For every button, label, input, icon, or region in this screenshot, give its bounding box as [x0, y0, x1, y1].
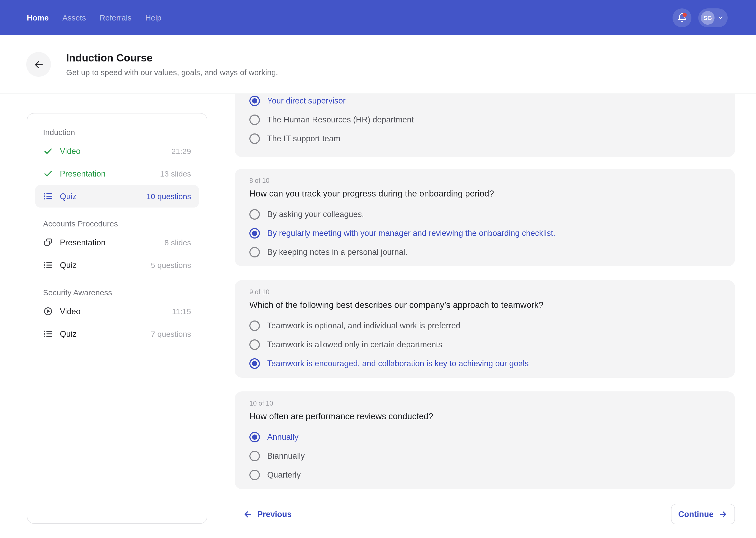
sidebar-item-label: Video — [60, 146, 80, 156]
sidebar-item-quiz[interactable]: Quiz7 questions — [35, 323, 199, 345]
outline-section-title: Security Awareness — [43, 288, 191, 297]
sidebar-item-video[interactable]: Video21:29 — [35, 140, 199, 162]
sidebar-item-label: Quiz — [60, 191, 77, 201]
outline-section: Accounts ProceduresPresentation8 slidesQ… — [43, 219, 191, 276]
question-card: Your direct supervisorThe Human Resource… — [235, 94, 735, 157]
nav-item-home[interactable]: Home — [27, 13, 49, 22]
sidebar-item-label: Video — [60, 306, 80, 316]
question-card: 8 of 10How can you track your progress d… — [235, 169, 735, 266]
outline-section: InductionVideo21:29Presentation13 slides… — [43, 128, 191, 207]
answer-option[interactable]: Your direct supervisor — [249, 94, 720, 110]
quiz-footer: Previous Continue — [235, 504, 735, 524]
sidebar-item-meta: 8 slides — [164, 238, 191, 247]
sidebar-item-label: Presentation — [60, 238, 106, 247]
question-number: 8 of 10 — [249, 177, 720, 185]
list-icon — [43, 260, 53, 270]
answer-option[interactable]: The Human Resources (HR) department — [249, 110, 720, 129]
question-number: 9 of 10 — [249, 289, 720, 296]
answer-option[interactable]: Teamwork is optional, and individual wor… — [249, 316, 720, 335]
play-icon — [43, 306, 53, 316]
user-menu[interactable]: SG — [698, 8, 728, 27]
question-card: 9 of 10Which of the following best descr… — [235, 280, 735, 378]
quiz-panel: Your direct supervisorThe Human Resource… — [235, 94, 735, 538]
answer-option[interactable]: The IT support team — [249, 129, 720, 148]
answer-option[interactable]: Teamwork is encouraged, and collaboratio… — [249, 354, 720, 373]
page: Home Assets Referrals Help SG — [0, 0, 756, 538]
outline-section-title: Accounts Procedures — [43, 219, 191, 228]
radio-button[interactable] — [249, 228, 260, 239]
sidebar-item-meta: 5 questions — [151, 261, 191, 270]
question-text: How can you track your progress during t… — [249, 188, 720, 200]
question-number: 10 of 10 — [249, 400, 720, 408]
sidebar-item-meta: 13 slides — [160, 169, 191, 178]
arrow-left-icon — [33, 59, 44, 70]
answer-option[interactable]: Quarterly — [249, 465, 720, 484]
sidebar-item-meta: 11:15 — [172, 307, 191, 316]
question-card: 10 of 10How often are performance review… — [235, 392, 735, 489]
arrow-right-icon — [718, 510, 728, 519]
question-text: How often are performance reviews conduc… — [249, 410, 720, 422]
answer-label: By regularly meeting with your manager a… — [267, 229, 555, 238]
radio-button[interactable] — [249, 320, 260, 331]
nav-item-referrals[interactable]: Referrals — [100, 13, 131, 22]
radio-button[interactable] — [249, 209, 260, 220]
options-list: By asking your colleagues.By regularly m… — [249, 205, 720, 262]
nav-item-help[interactable]: Help — [145, 13, 162, 22]
sidebar-item-meta: 7 questions — [151, 329, 191, 338]
outline-section-title: Induction — [43, 128, 191, 136]
answer-option[interactable]: Annually — [249, 428, 720, 447]
sidebar-item-quiz[interactable]: Quiz5 questions — [35, 254, 199, 276]
radio-button[interactable] — [249, 115, 260, 125]
radio-button[interactable] — [249, 358, 260, 369]
nav-item-assets[interactable]: Assets — [62, 13, 86, 22]
top-nav: Home Assets Referrals Help SG — [0, 0, 756, 35]
slides-icon — [43, 238, 53, 247]
options-list: Teamwork is optional, and individual wor… — [249, 316, 720, 373]
course-outline-card: InductionVideo21:29Presentation13 slides… — [27, 113, 208, 524]
radio-button[interactable] — [249, 340, 260, 350]
answer-label: Annually — [267, 432, 299, 442]
sidebar-item-presentation[interactable]: Presentation13 slides — [35, 162, 199, 185]
radio-button[interactable] — [249, 247, 260, 257]
continue-button[interactable]: Continue — [671, 504, 735, 524]
radio-button[interactable] — [249, 96, 260, 106]
answer-label: Your direct supervisor — [267, 96, 346, 106]
answer-option[interactable]: By regularly meeting with your manager a… — [249, 224, 720, 243]
answer-option[interactable]: Teamwork is allowed only in certain depa… — [249, 335, 720, 354]
radio-button[interactable] — [249, 470, 260, 480]
back-button[interactable] — [26, 52, 51, 77]
sidebar-item-label: Presentation — [60, 169, 106, 178]
sidebar-item-quiz[interactable]: Quiz10 questions — [35, 185, 199, 207]
answer-label: The IT support team — [267, 134, 341, 143]
avatar: SG — [701, 11, 715, 25]
radio-button[interactable] — [249, 451, 260, 461]
answer-option[interactable]: By asking your colleagues. — [249, 205, 720, 224]
radio-button[interactable] — [249, 134, 260, 144]
radio-button[interactable] — [249, 432, 260, 442]
answer-label: By asking your colleagues. — [267, 210, 364, 219]
answer-option[interactable]: Biannually — [249, 447, 720, 465]
continue-label: Continue — [678, 510, 714, 519]
page-subtitle: Get up to speed with our values, goals, … — [66, 68, 278, 77]
content: InductionVideo21:29Presentation13 slides… — [0, 94, 756, 538]
notifications-button[interactable] — [673, 8, 691, 27]
options-list: AnnuallyBiannuallyQuarterly — [249, 428, 720, 484]
header-text: Induction Course Get up to speed with ou… — [66, 52, 278, 77]
sidebar-item-meta: 21:29 — [171, 146, 191, 155]
sidebar-item-presentation[interactable]: Presentation8 slides — [35, 231, 199, 254]
list-icon — [43, 191, 53, 201]
nav-items: Home Assets Referrals Help — [27, 13, 162, 22]
notification-badge — [683, 12, 687, 17]
check-icon — [43, 169, 53, 179]
answer-option[interactable]: By keeping notes in a personal journal. — [249, 243, 720, 262]
arrow-left-icon — [243, 510, 253, 519]
answer-label: The Human Resources (HR) department — [267, 115, 414, 125]
list-icon — [43, 329, 53, 339]
sidebar-item-label: Quiz — [60, 329, 77, 339]
answer-label: By keeping notes in a personal journal. — [267, 247, 407, 257]
previous-button[interactable]: Previous — [243, 510, 292, 519]
sidebar-item-video[interactable]: Video11:15 — [35, 300, 199, 323]
sidebar-item-label: Quiz — [60, 260, 77, 270]
answer-label: Teamwork is allowed only in certain depa… — [267, 340, 442, 350]
answer-label: Quarterly — [267, 470, 301, 480]
